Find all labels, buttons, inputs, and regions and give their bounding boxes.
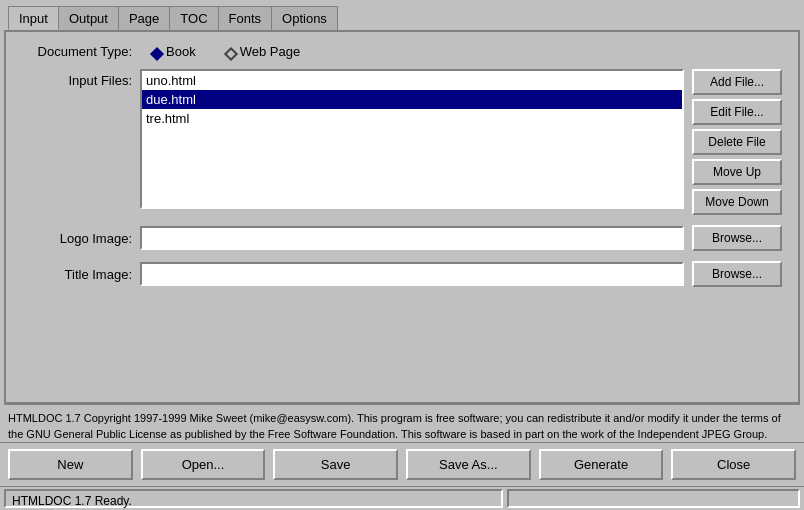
file-list-container[interactable]: uno.html due.html tre.html xyxy=(140,69,684,209)
document-type-radio-group: Book Web Page xyxy=(152,44,300,59)
delete-file-button[interactable]: Delete File xyxy=(692,129,782,155)
status-bar: HTMLDOC 1.7 Ready. xyxy=(0,486,804,510)
save-as-button[interactable]: Save As... xyxy=(406,449,531,480)
tab-toc[interactable]: TOC xyxy=(169,6,218,30)
status-text: HTMLDOC 1.7 Ready. xyxy=(4,489,503,508)
bottom-buttons-bar: New Open... Save Save As... Generate Clo… xyxy=(0,442,804,486)
input-files-row: Input Files: uno.html due.html tre.html … xyxy=(22,69,782,215)
radio-book[interactable]: Book xyxy=(152,44,196,59)
copyright-section: HTMLDOC 1.7 Copyright 1997-1999 Mike Swe… xyxy=(4,404,800,442)
file-list: uno.html due.html tre.html xyxy=(142,71,682,128)
tab-input[interactable]: Input xyxy=(8,6,59,30)
tab-options[interactable]: Options xyxy=(271,6,338,30)
logo-browse-button[interactable]: Browse... xyxy=(692,225,782,251)
radio-book-icon xyxy=(152,47,162,57)
main-window: Input Output Page TOC Fonts Options Docu… xyxy=(0,0,804,510)
logo-image-label: Logo Image: xyxy=(22,231,132,246)
generate-button[interactable]: Generate xyxy=(539,449,664,480)
file-buttons: Add File... Edit File... Delete File Mov… xyxy=(692,69,782,215)
file-item-due[interactable]: due.html xyxy=(142,90,682,109)
logo-image-row: Logo Image: Browse... xyxy=(22,225,782,251)
status-right-panel xyxy=(507,489,801,508)
content-panel: Document Type: Book Web Page Input Fil xyxy=(4,30,800,404)
tab-output[interactable]: Output xyxy=(58,6,119,30)
title-image-input[interactable] xyxy=(140,262,684,286)
add-file-button[interactable]: Add File... xyxy=(692,69,782,95)
tab-bar: Input Output Page TOC Fonts Options xyxy=(0,0,804,30)
document-type-label: Document Type: xyxy=(22,44,132,59)
file-item-uno[interactable]: uno.html xyxy=(142,71,682,90)
radio-webpage[interactable]: Web Page xyxy=(226,44,300,59)
close-button[interactable]: Close xyxy=(671,449,796,480)
title-browse-button[interactable]: Browse... xyxy=(692,261,782,287)
edit-file-button[interactable]: Edit File... xyxy=(692,99,782,125)
new-button[interactable]: New xyxy=(8,449,133,480)
radio-webpage-icon xyxy=(226,47,236,57)
move-down-button[interactable]: Move Down xyxy=(692,189,782,215)
move-up-button[interactable]: Move Up xyxy=(692,159,782,185)
input-files-label: Input Files: xyxy=(22,69,132,88)
logo-image-input[interactable] xyxy=(140,226,684,250)
tab-page[interactable]: Page xyxy=(118,6,170,30)
file-item-tre[interactable]: tre.html xyxy=(142,109,682,128)
open-button[interactable]: Open... xyxy=(141,449,266,480)
document-type-row: Document Type: Book Web Page xyxy=(22,44,782,59)
title-image-label: Title Image: xyxy=(22,267,132,282)
copyright-text: HTMLDOC 1.7 Copyright 1997-1999 Mike Swe… xyxy=(8,412,781,439)
save-button[interactable]: Save xyxy=(273,449,398,480)
title-image-row: Title Image: Browse... xyxy=(22,261,782,287)
tab-fonts[interactable]: Fonts xyxy=(218,6,273,30)
